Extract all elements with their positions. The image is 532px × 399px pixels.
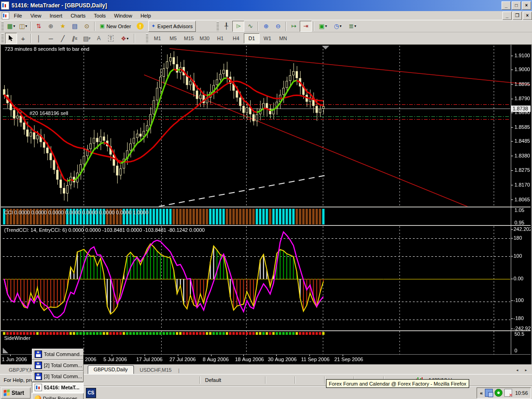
menu-tools[interactable]: Tools bbox=[90, 12, 110, 19]
tray-chevron[interactable]: « bbox=[480, 390, 483, 396]
horizontal-line-button[interactable]: ─ bbox=[45, 33, 57, 44]
menu-help[interactable]: Help bbox=[136, 12, 155, 19]
menu-view[interactable]: View bbox=[26, 12, 46, 19]
title-bar[interactable]: 51416: MetaTrader - [GBPUSD,Daily] _ □ × bbox=[0, 0, 532, 11]
tab-scroll-left-button[interactable]: ◄ bbox=[513, 366, 521, 374]
network-tray-icon[interactable] bbox=[485, 389, 493, 397]
cursor-button[interactable] bbox=[5, 33, 17, 44]
market-watch-button[interactable]: ⇅ bbox=[33, 21, 45, 32]
antivirus-tray-icon[interactable] bbox=[495, 389, 502, 397]
zoom-out-button[interactable]: ⊖ bbox=[272, 21, 284, 32]
timeframe-m30[interactable]: M30 bbox=[197, 33, 212, 43]
start-label: Start bbox=[12, 390, 24, 396]
task-label: Dollar Bounces ... bbox=[43, 396, 83, 399]
tab-gbpusd-daily[interactable]: GBPUSD,Daily bbox=[88, 365, 134, 374]
indicators-button[interactable]: ≣▾ bbox=[345, 21, 360, 32]
equidistant-channel-button[interactable]: ∥E bbox=[69, 33, 81, 44]
timeframe-m15[interactable]: M15 bbox=[181, 33, 197, 43]
new-template-button[interactable]: ▣▾ bbox=[315, 21, 330, 32]
expert-advisors-button[interactable]: ✦ Expert Advisors bbox=[148, 21, 196, 32]
taskbar-task[interactable]: 51416: MetaT... bbox=[32, 382, 84, 393]
strategy-tester-button[interactable]: ⊙ bbox=[81, 21, 93, 32]
start-button[interactable]: Start bbox=[1, 387, 30, 399]
new-order-label: New Order bbox=[106, 24, 131, 29]
toolbar-grip[interactable] bbox=[1, 34, 4, 43]
taskbar-clock: 10:56 bbox=[515, 390, 528, 396]
cursor-icon bbox=[8, 35, 14, 42]
task-label: [3] Total Comm... bbox=[44, 374, 82, 379]
desktop: { "window": { "title": "51416: MetaTrade… bbox=[0, 0, 532, 399]
taskbar-task[interactable]: Total Command... bbox=[32, 349, 84, 360]
zoom-in-button[interactable]: ⊕ bbox=[260, 21, 272, 32]
line-studies-toolbar: + │ ─ ╱ ∥E ▤F A T ❖▾ M1 M5 M15 M30 H1 H4… bbox=[0, 32, 532, 45]
new-order-button[interactable]: ▣ New Order bbox=[97, 21, 134, 32]
periods-button[interactable]: ◷▾ bbox=[330, 21, 345, 32]
fibonacci-button[interactable]: ▤F bbox=[81, 33, 93, 44]
alert-icon[interactable]: ! bbox=[134, 21, 146, 32]
minimize-button[interactable]: _ bbox=[502, 1, 511, 10]
data-window-button[interactable]: ⊕ bbox=[45, 21, 57, 32]
task-icon bbox=[35, 362, 42, 369]
timeframe-d1[interactable]: D1 bbox=[244, 33, 260, 43]
timeframe-m1[interactable]: M1 bbox=[150, 33, 165, 43]
new-chart-button[interactable]: ▦▾ bbox=[5, 21, 17, 32]
timeframe-w1[interactable]: W1 bbox=[260, 33, 275, 43]
taskbar-task[interactable]: [3] Total Comm... bbox=[32, 371, 84, 382]
menu-file[interactable]: File bbox=[10, 12, 26, 19]
system-tray: « 10:56 bbox=[477, 387, 531, 399]
window-title: 51416: MetaTrader - [GBPUSD,Daily] bbox=[12, 2, 501, 9]
text-button[interactable]: A bbox=[93, 33, 105, 44]
child-restore-button[interactable]: ❐ bbox=[513, 12, 522, 20]
app-icon bbox=[1, 1, 9, 10]
task-icon bbox=[35, 351, 42, 358]
expert-advisors-label: Expert Advisors bbox=[157, 24, 193, 29]
tab-scroll-right-button[interactable]: ► bbox=[522, 366, 530, 374]
auto-scroll-button[interactable]: ↦ bbox=[288, 21, 300, 32]
task-label: 51416: MetaT... bbox=[44, 385, 79, 390]
taskbar-task[interactable]: Dollar Bounces ... bbox=[32, 393, 84, 399]
arrows-button[interactable]: ❖▾ bbox=[117, 33, 133, 44]
windows-logo-icon bbox=[4, 389, 10, 396]
task-icon bbox=[35, 373, 42, 380]
menu-bar: File View Insert Charts Tools Window Hel… bbox=[0, 11, 532, 20]
taskbar-task[interactable]: [2] Total Comm... bbox=[32, 360, 84, 371]
toolbar-grip[interactable] bbox=[1, 22, 4, 31]
timeframe-h1[interactable]: H1 bbox=[212, 33, 228, 43]
task-icon bbox=[35, 395, 41, 399]
chart-shift-button[interactable]: ⇥ bbox=[300, 21, 312, 32]
menu-window[interactable]: Window bbox=[110, 12, 136, 19]
vertical-line-button[interactable]: │ bbox=[33, 33, 45, 44]
task-label: Total Command... bbox=[44, 351, 84, 357]
document-icon[interactable] bbox=[2, 12, 9, 19]
close-button[interactable]: × bbox=[522, 1, 531, 10]
profiles-button[interactable]: ◫▾ bbox=[17, 21, 29, 32]
candlestick-chart-button[interactable]: ⌲ bbox=[232, 21, 244, 32]
mail-error-tray-icon[interactable] bbox=[504, 389, 512, 397]
crosshair-button[interactable]: + bbox=[17, 33, 29, 44]
terminal-button[interactable]: ▤ bbox=[69, 21, 81, 32]
timeframe-m5[interactable]: M5 bbox=[165, 33, 181, 43]
navigator-button[interactable]: ★ bbox=[57, 21, 69, 32]
price-chart-canvas[interactable] bbox=[1, 45, 531, 364]
taskbar: Start Total Command... [2] Total Comm...… bbox=[0, 386, 532, 399]
toolbar-grip[interactable] bbox=[217, 22, 219, 31]
menu-charts[interactable]: Charts bbox=[66, 12, 90, 19]
line-chart-button[interactable]: ∿ bbox=[244, 21, 256, 32]
timeframe-mn[interactable]: MN bbox=[275, 33, 291, 43]
child-close-button[interactable]: × bbox=[523, 12, 532, 20]
task-icon bbox=[35, 384, 42, 391]
bar-chart-button[interactable]: ╀ bbox=[220, 21, 232, 32]
menu-insert[interactable]: Insert bbox=[45, 12, 66, 19]
maximize-button[interactable]: □ bbox=[512, 1, 521, 10]
status-profile[interactable]: Default bbox=[200, 377, 265, 383]
child-minimize-button[interactable]: _ bbox=[502, 12, 512, 20]
cs-tray-icon[interactable]: CS bbox=[86, 388, 96, 398]
standard-toolbar: ▦▾ ◫▾ ⇅ ⊕ ★ ▤ ⊙ ▣ New Order ! ✦ Expert A… bbox=[0, 20, 532, 32]
timeframe-h4[interactable]: H4 bbox=[228, 33, 244, 43]
status-help-text: For Help, press F1 bbox=[0, 377, 200, 383]
trendline-button[interactable]: ╱ bbox=[57, 33, 69, 44]
tab-usdchf-m15[interactable]: USDCHF,M15 bbox=[134, 366, 178, 375]
text-label-button[interactable]: T bbox=[105, 33, 117, 44]
toolbar-grip[interactable] bbox=[146, 34, 148, 43]
taskbar-tooltip: Forex Forum and Calendar @ Forex Factory… bbox=[326, 379, 469, 388]
